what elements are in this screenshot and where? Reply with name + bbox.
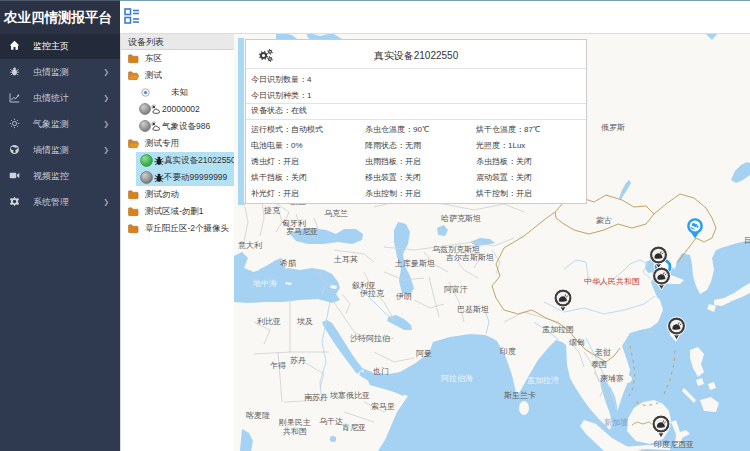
svg-text:喀麦隆: 喀麦隆 (246, 411, 270, 420)
svg-text:伊拉克: 伊拉克 (360, 289, 385, 298)
svg-text:肯尼亚: 肯尼亚 (342, 423, 366, 432)
svg-text:地中海: 地中海 (252, 279, 277, 288)
svg-text:埃及: 埃及 (296, 317, 313, 326)
svg-text:阿拉伯海: 阿拉伯海 (441, 374, 473, 383)
svg-text:泰国: 泰国 (591, 360, 607, 369)
svg-text:意大利: 意大利 (237, 241, 262, 250)
svg-text:新加坡: 新加坡 (604, 418, 628, 427)
svg-text:罗马尼亚: 罗马尼亚 (286, 227, 318, 236)
svg-text:俄罗斯: 俄罗斯 (601, 123, 625, 132)
svg-text:伊朗: 伊朗 (396, 292, 412, 301)
svg-text:斯里兰卡: 斯里兰卡 (504, 391, 536, 400)
svg-text:利比亚: 利比亚 (257, 317, 281, 326)
svg-text:埃塞俄比亚: 埃塞俄比亚 (329, 391, 370, 400)
svg-text:阿曼: 阿曼 (416, 349, 432, 358)
svg-text:中华人民共和国: 中华人民共和国 (584, 277, 640, 286)
svg-text:印度尼西亚: 印度尼西亚 (654, 440, 694, 449)
svg-text:沙特阿拉伯: 沙特阿拉伯 (350, 334, 390, 343)
svg-text:乍得: 乍得 (270, 361, 286, 370)
svg-text:南苏丹: 南苏丹 (304, 393, 328, 402)
svg-text:索马里: 索马里 (371, 402, 395, 411)
svg-text:巴基斯坦: 巴基斯坦 (457, 305, 489, 314)
svg-text:阿富汗: 阿富汗 (444, 285, 468, 294)
svg-text:土耳其: 土耳其 (333, 255, 358, 264)
svg-text:柬埔寨: 柬埔寨 (600, 374, 624, 383)
svg-text:日: 日 (744, 236, 750, 245)
svg-text:吉尔吉斯斯坦: 吉尔吉斯斯坦 (446, 253, 494, 262)
svg-text:印度: 印度 (500, 347, 516, 356)
svg-text:孟加拉国: 孟加拉国 (542, 325, 574, 334)
svg-text:苏丹: 苏丹 (290, 356, 306, 365)
svg-text:哈萨克斯坦: 哈萨克斯坦 (441, 214, 481, 223)
svg-text:孟加拉湾: 孟加拉湾 (527, 376, 559, 385)
svg-text:老挝: 老挝 (594, 348, 611, 357)
svg-text:共和国: 共和国 (283, 427, 307, 436)
svg-text:乌克兰: 乌克兰 (324, 209, 348, 218)
svg-text:希腊: 希腊 (280, 259, 296, 268)
svg-text:乌干达: 乌干达 (319, 417, 343, 426)
svg-text:土库曼斯坦: 土库曼斯坦 (394, 259, 435, 268)
svg-text:捷克: 捷克 (264, 206, 281, 215)
svg-text:缅甸: 缅甸 (569, 338, 585, 347)
svg-text:蒙古: 蒙古 (596, 216, 612, 225)
svg-text:也门: 也门 (373, 367, 389, 376)
svg-text:刚果民主: 刚果民主 (279, 418, 311, 427)
